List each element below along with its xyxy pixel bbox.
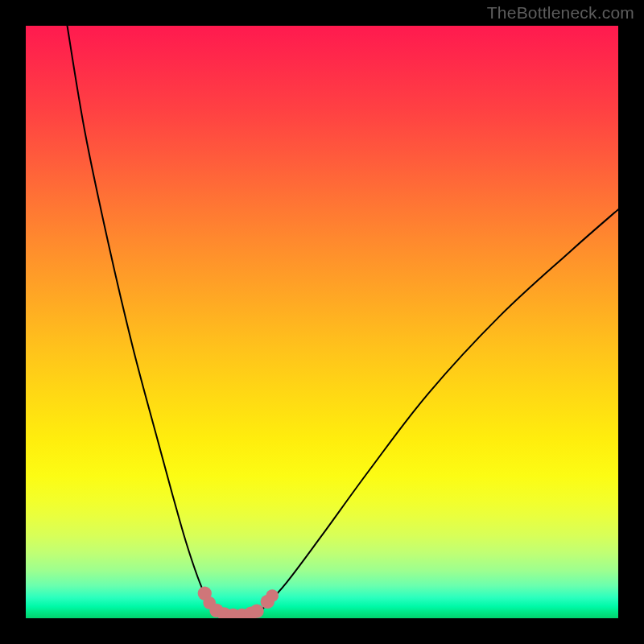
bottleneck-curve [26,26,618,618]
curve-path [68,26,618,617]
watermark-text: TheBottleneck.com [487,3,634,23]
curve-marker [266,589,279,602]
plot-area [26,26,618,618]
chart-frame: TheBottleneck.com [0,0,644,644]
curve-marker [250,605,263,618]
